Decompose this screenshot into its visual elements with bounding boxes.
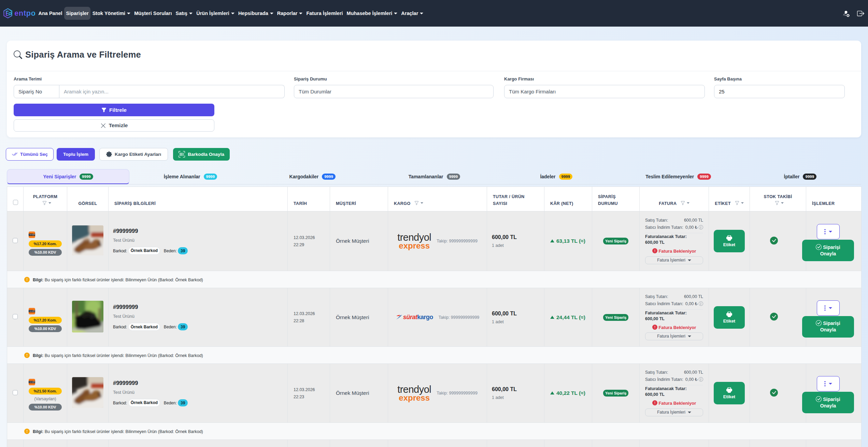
svg-text:trendyol: trendyol [29,310,35,312]
svg-text:trendyol: trendyol [29,381,35,383]
svg-text:trendyol: trendyol [29,234,35,236]
